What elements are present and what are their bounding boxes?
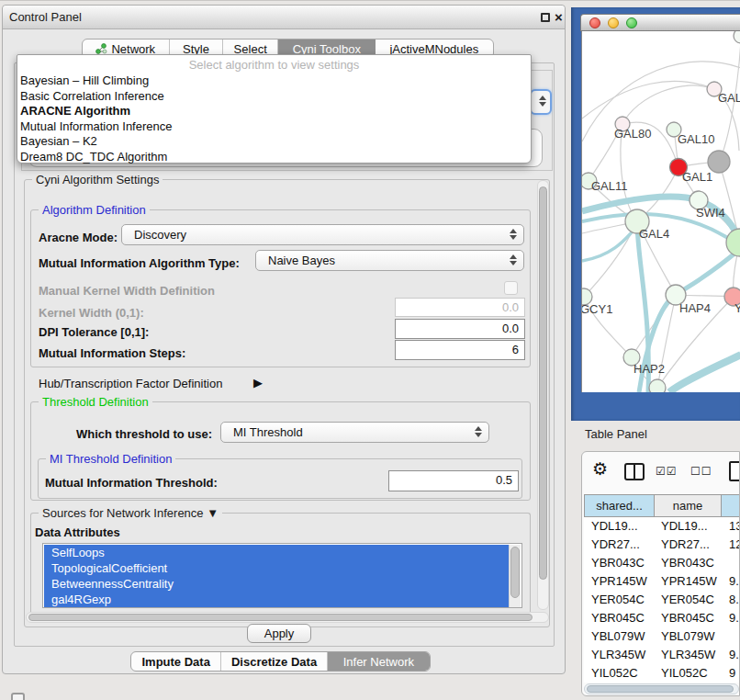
cell-name: YBL079W: [661, 627, 715, 646]
zoom-traffic-light-icon[interactable]: [626, 17, 637, 28]
mi-type-combobox[interactable]: Naive Bayes: [255, 250, 524, 271]
scrollbar-thumb[interactable]: [587, 685, 734, 693]
group-title: Sources for Network Inference ▼: [39, 506, 222, 520]
cell-value: 9.: [729, 572, 739, 591]
list-item[interactable]: BetweennessCentrality: [44, 576, 510, 592]
collapse-arrow-icon[interactable]: ▼: [207, 506, 219, 520]
node-label-gal1: GAL1: [682, 170, 712, 184]
menu-item[interactable]: Basic Correlation Inference: [20, 89, 529, 104]
kernel-width-field[interactable]: 0.0: [395, 298, 525, 317]
cell-shared-name: YBR045C: [591, 609, 645, 627]
screen: Control Panel × Network Style: [0, 0, 740, 700]
algorithm-dropdown-popup: Select algorithm to view settings Bayesi…: [17, 54, 532, 164]
cell-name: YIL052C: [661, 664, 708, 683]
which-threshold-combobox[interactable]: MI Threshold: [220, 422, 489, 443]
cell-name: YBR045C: [661, 609, 714, 627]
table-header: shared... name A: [584, 494, 740, 517]
cell-shared-name: YPR145W: [591, 572, 647, 591]
sources-title: Sources for Network Inference: [42, 506, 204, 520]
table-row[interactable]: YDR27... YDR27... 12: [584, 536, 740, 554]
hub-definition-label: Hub/Transcription Factor Definition: [39, 377, 222, 390]
scrollbar-thumb[interactable]: [510, 547, 520, 598]
node-label-swi4: SWI4: [696, 206, 725, 220]
tab-infer-network[interactable]: Infer Network: [328, 652, 430, 671]
list-scrollbar[interactable]: [509, 545, 521, 608]
aracne-mode-label: Aracne Mode:: [39, 231, 118, 244]
menu-item[interactable]: Bayesian – K2: [20, 134, 529, 149]
restore-panel-icon[interactable]: [11, 693, 25, 700]
scrollbar-thumb[interactable]: [539, 186, 547, 580]
combo-value: MI Threshold: [233, 423, 303, 442]
cell-shared-name: YDR27...: [591, 536, 640, 554]
table-panel-title: Table Panel: [585, 427, 647, 441]
list-item[interactable]: TopologicalCoefficient: [44, 560, 510, 576]
export-table-icon[interactable]: [729, 461, 740, 481]
dpi-tolerance-field[interactable]: 0.0: [395, 319, 525, 339]
select-all-icon[interactable]: ☑☑: [656, 465, 678, 478]
algorithm-combobox-fragment[interactable]: [530, 89, 552, 115]
table-row[interactable]: YBR045C YBR045C 9.: [584, 609, 740, 627]
minimize-traffic-light-icon[interactable]: [608, 17, 619, 28]
settings-vertical-scrollbar[interactable]: [537, 180, 549, 610]
network-node[interactable]: [649, 379, 666, 392]
close-icon[interactable]: ×: [555, 8, 563, 27]
tab-impute-data[interactable]: Impute Data: [131, 652, 221, 671]
network-window-titlebar[interactable]: [580, 14, 740, 31]
scrollbar-thumb[interactable]: [28, 614, 533, 621]
close-traffic-light-icon[interactable]: [589, 17, 600, 28]
gear-icon[interactable]: ⚙: [592, 458, 608, 480]
list-item[interactable]: gal4RGexp: [44, 592, 510, 607]
network-canvas[interactable]: GAL GAL80 GAL10 GAL1 GAL11 GAL4 SWI4 GCY…: [581, 31, 740, 392]
node-label-gal80: GAL80: [614, 127, 651, 141]
table-row[interactable]: YIL052C YIL052C 9: [584, 664, 740, 683]
popup-prompt: Select algorithm to view settings: [17, 58, 531, 72]
expand-arrow-icon[interactable]: ▶: [253, 376, 263, 390]
aracne-mode-combobox[interactable]: Discovery: [121, 224, 524, 245]
table-row[interactable]: YER054C YER054C 8.: [584, 591, 740, 609]
cell-shared-name: YDL19...: [591, 517, 638, 536]
column-header-name[interactable]: name: [655, 494, 722, 517]
mi-threshold-field[interactable]: 0.5: [388, 470, 519, 491]
table-horizontal-scrollbar[interactable]: [584, 683, 739, 694]
node-label-gal11: GAL11: [591, 179, 628, 193]
network-icon: [95, 43, 107, 54]
cell-value: 9: [729, 664, 735, 683]
menu-item[interactable]: Dream8 DC_TDC Algorithm: [20, 150, 529, 164]
node-label-hap4: HAP4: [679, 301, 711, 315]
data-attributes-list[interactable]: SelfLoops TopologicalCoefficient Between…: [42, 543, 522, 608]
cell-name: YDL19...: [661, 517, 708, 536]
combo-arrows-icon: [539, 96, 546, 107]
combo-arrows-icon: [475, 426, 482, 437]
combo-arrows-icon: [510, 254, 517, 265]
kernel-width-label: Kernel Width (0,1):: [39, 306, 144, 320]
group-title: MI Threshold Definition: [46, 452, 175, 466]
menu-item-highlighted[interactable]: ARACNE Algorithm: [20, 104, 529, 119]
table-row[interactable]: YBR043C YBR043C: [584, 554, 740, 572]
network-node[interactable]: [726, 229, 740, 256]
mi-steps-field[interactable]: 6: [395, 340, 525, 360]
list-item[interactable]: SelfLoops: [44, 545, 510, 560]
manual-kernel-checkbox[interactable]: [504, 281, 518, 295]
group-title: Algorithm Definition: [39, 203, 150, 217]
table-row[interactable]: YDL19... YDL19... 13: [584, 517, 740, 536]
apply-button[interactable]: Apply: [247, 624, 311, 643]
deselect-all-icon[interactable]: ☐☐: [690, 465, 712, 478]
tab-discretize-data[interactable]: Discretize Data: [221, 652, 327, 671]
column-header-shared-name[interactable]: shared...: [584, 494, 655, 517]
menu-item[interactable]: Mutual Information Inference: [20, 119, 529, 134]
node-label-gal: GAL: [718, 91, 740, 105]
table-row[interactable]: YLR345W YLR345W 9.: [584, 646, 740, 664]
column-header-partial[interactable]: A: [722, 494, 740, 517]
group-title: Threshold Definition: [39, 395, 152, 409]
split-columns-icon[interactable]: [624, 463, 645, 480]
mi-threshold-label: Mutual Information Threshold:: [45, 476, 218, 490]
table-row[interactable]: YPR145W YPR145W 9.: [584, 572, 740, 591]
float-icon[interactable]: [541, 13, 550, 22]
cell-shared-name: YBL079W: [591, 627, 645, 646]
menu-item[interactable]: Bayesian – Hill Climbing: [20, 73, 529, 88]
cell-shared-name: YER054C: [591, 591, 645, 609]
settings-horizontal-scrollbar[interactable]: [26, 612, 549, 623]
table-row[interactable]: YBL079W YBL079W: [584, 627, 740, 646]
combo-value: Discovery: [134, 225, 186, 244]
network-node[interactable]: [734, 31, 740, 43]
